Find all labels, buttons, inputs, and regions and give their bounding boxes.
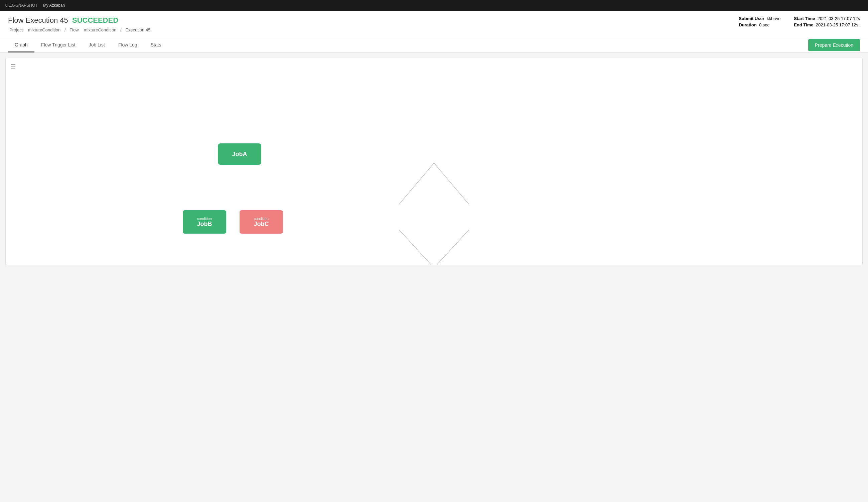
job-node-b[interactable]: condition JobB — [183, 210, 226, 234]
breadcrumb-separator-2: / — [120, 28, 123, 32]
graph-svg — [6, 58, 862, 265]
prepare-execution-button[interactable]: Prepare Execution — [808, 39, 860, 51]
breadcrumb: Project mixtureCondition / Flow mixtureC… — [8, 28, 152, 32]
breadcrumb-project-label: Project — [9, 28, 23, 32]
tab-flow-trigger-list[interactable]: Flow Trigger List — [34, 38, 82, 52]
job-node-a[interactable]: JobA — [218, 143, 261, 165]
job-c-condition: condition — [254, 217, 269, 221]
tab-job-list[interactable]: Job List — [82, 38, 112, 52]
svg-line-3 — [434, 229, 469, 265]
submit-user-value: kkbrwe — [767, 16, 781, 21]
breadcrumb-separator-1: / — [64, 28, 67, 32]
end-time-label: End Time — [794, 22, 813, 28]
tabs-container: Graph Flow Trigger List Job List Flow Lo… — [8, 38, 168, 52]
breadcrumb-flow-label: Flow — [70, 28, 79, 32]
svg-line-1 — [434, 163, 469, 205]
execution-status: SUCCEEDED — [72, 16, 118, 24]
breadcrumb-execution: Execution 45 — [125, 28, 150, 32]
duration-label: Duration — [739, 22, 756, 28]
graph-panel: ☰ JobA condition JobB condition JobC con… — [6, 58, 862, 265]
header-meta-group-2: Start Time 2021-03-25 17:07 12s End Time… — [794, 16, 860, 29]
start-time-label: Start Time — [794, 16, 815, 21]
job-a-name: JobA — [232, 151, 247, 158]
duration-value: 0 sec — [759, 22, 769, 28]
submit-user-label: Submit User — [739, 16, 764, 21]
breadcrumb-flow-link[interactable]: Flow mixtureCondition — [68, 28, 119, 32]
tab-stats[interactable]: Stats — [144, 38, 168, 52]
svg-line-0 — [399, 163, 434, 205]
end-time-value: 2021-03-25 17:07 12s — [816, 22, 858, 28]
job-node-c[interactable]: condition JobC — [239, 210, 283, 234]
navbar-user[interactable]: My Azkaban — [43, 3, 65, 8]
page-title: Flow Execution 45 SUCCEEDED — [8, 16, 152, 25]
tab-flow-log[interactable]: Flow Log — [112, 38, 144, 52]
job-b-condition: condition — [197, 217, 212, 221]
duration-item: Duration 0 sec — [739, 22, 781, 28]
end-time-item: End Time 2021-03-25 17:07 12s — [794, 22, 860, 28]
header-meta-group-1: Submit User kkbrwe Duration 0 sec — [739, 16, 781, 29]
header-meta: Submit User kkbrwe Duration 0 sec Start … — [739, 16, 860, 29]
start-time-value: 2021-03-25 17:07 12s — [818, 16, 860, 21]
navbar-version: 0.1.0-SNAPSHOT — [6, 3, 38, 8]
submit-user-item: Submit User kkbrwe — [739, 16, 781, 21]
tab-graph[interactable]: Graph — [8, 38, 34, 52]
tabs-bar: Graph Flow Trigger List Job List Flow Lo… — [0, 38, 868, 52]
header-left: Flow Execution 45 SUCCEEDED Project mixt… — [8, 16, 152, 32]
breadcrumb-project-name: mixtureCondition — [28, 28, 61, 32]
navbar: 0.1.0-SNAPSHOT My Azkaban — [0, 0, 868, 11]
start-time-item: Start Time 2021-03-25 17:07 12s — [794, 16, 860, 21]
execution-title-prefix: Flow Execution 45 — [8, 16, 68, 24]
page-header: Flow Execution 45 SUCCEEDED Project mixt… — [0, 11, 868, 38]
svg-line-2 — [399, 229, 434, 265]
job-b-name: JobB — [197, 221, 212, 228]
breadcrumb-flow-name: mixtureCondition — [84, 28, 117, 32]
job-c-name: JobC — [254, 221, 269, 228]
breadcrumb-project-link[interactable]: Project mixtureCondition — [8, 28, 63, 32]
